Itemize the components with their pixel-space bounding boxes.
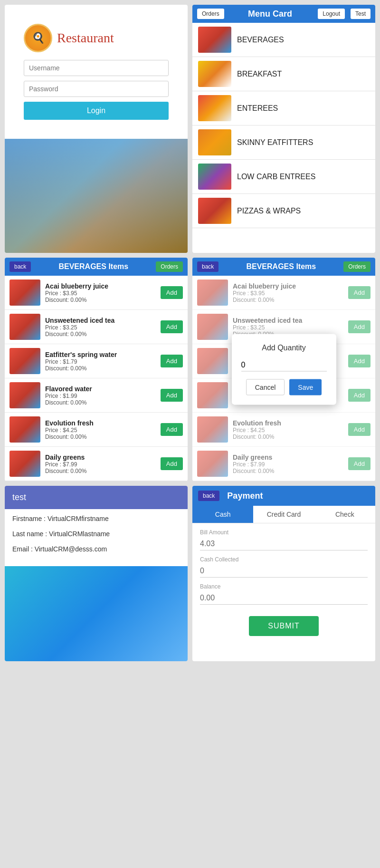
- submit-button[interactable]: SUBMIT: [249, 616, 318, 636]
- item-img-0-left: [10, 280, 40, 306]
- login-button[interactable]: Login: [24, 102, 169, 120]
- item-row-4-left: Evolution fresh Price : $4.25 Discount: …: [5, 413, 188, 447]
- item-img-0-right: [197, 280, 228, 306]
- item-price-5-left: Price : $7.99: [45, 461, 161, 468]
- item-price-4-right: Price : $4.25: [233, 427, 348, 434]
- balance-label: Balance: [200, 583, 368, 590]
- menu-card-title: Menu Card: [228, 9, 313, 19]
- item-info-5-right: Daily greens Price : $7.99 Discount: 0.0…: [233, 453, 348, 474]
- item-img-3-left: [10, 382, 40, 408]
- username-input[interactable]: [24, 60, 169, 76]
- add-button-0-left[interactable]: Add: [161, 286, 183, 299]
- items-orders-button-left[interactable]: Orders: [156, 261, 183, 272]
- quantity-input[interactable]: [241, 359, 327, 372]
- user-firstname: Firstname : VirtualCRMfirstname: [12, 515, 180, 522]
- item-info-0-left: Acai blueberry juice Price : $3.95 Disco…: [45, 282, 161, 303]
- payment-panel: back Payment Cash Credit Card Check Bill…: [192, 486, 375, 661]
- menu-item-pizza[interactable]: PIZZAS & WRAPS: [192, 194, 375, 228]
- item-info-4-right: Evolution fresh Price : $4.25 Discount: …: [233, 419, 348, 440]
- cash-collected-input[interactable]: [200, 565, 368, 578]
- item-row-5-right: Daily greens Price : $7.99 Discount: 0.0…: [192, 447, 375, 481]
- add-button-5-right[interactable]: Add: [348, 457, 370, 470]
- item-discount-4-right: Discount: 0.00%: [233, 434, 348, 440]
- item-discount-0-left: Discount: 0.00%: [45, 297, 161, 303]
- item-price-3-left: Price : $1.99: [45, 393, 161, 399]
- add-button-1-right[interactable]: Add: [348, 320, 370, 333]
- item-img-5-right: [197, 451, 228, 477]
- add-button-0-right[interactable]: Add: [348, 286, 370, 299]
- items-header-right: back BEVERAGES Items Orders: [192, 258, 375, 276]
- item-img-4-right: [197, 416, 228, 443]
- password-input[interactable]: [24, 81, 169, 97]
- tab-credit-card[interactable]: Credit Card: [253, 506, 314, 523]
- menu-item-beverages[interactable]: BEVERAGES: [192, 23, 375, 57]
- modal-title: Add Quantity: [241, 344, 327, 352]
- item-discount-2-left: Discount: 0.00%: [45, 365, 161, 372]
- back-button-right[interactable]: back: [197, 261, 218, 272]
- orders-button[interactable]: Orders: [197, 9, 224, 19]
- login-background: [5, 139, 188, 253]
- add-button-5-left[interactable]: Add: [161, 457, 183, 470]
- cash-collected-label: Cash Collected: [200, 556, 368, 563]
- add-quantity-modal: Add Quantity Cancel Save: [232, 334, 336, 405]
- menu-item-lowcarb[interactable]: LOW CARB ENTREES: [192, 160, 375, 194]
- user-email: Email : VirtualCRM@desss.com: [12, 545, 180, 553]
- menu-item-breakfast[interactable]: BREAKFAST: [192, 57, 375, 91]
- test-button[interactable]: Test: [351, 9, 370, 19]
- item-name-3-left: Flavored water: [45, 385, 161, 393]
- item-row-3-left: Flavored water Price : $1.99 Discount: 0…: [5, 378, 188, 413]
- menu-item-enterees[interactable]: ENTEREES: [192, 91, 375, 125]
- restaurant-title: Restaurant: [57, 30, 114, 46]
- tab-check[interactable]: Check: [314, 506, 375, 523]
- item-name-5-left: Daily greens: [45, 453, 161, 461]
- bill-amount-input[interactable]: [200, 538, 368, 550]
- item-info-5-left: Daily greens Price : $7.99 Discount: 0.0…: [45, 453, 161, 474]
- item-info-3-left: Flavored water Price : $1.99 Discount: 0…: [45, 385, 161, 406]
- menu-item-skinny[interactable]: SKINNY EATFITTERS: [192, 125, 375, 160]
- add-button-1-left[interactable]: Add: [161, 320, 183, 333]
- modal-cancel-button[interactable]: Cancel: [246, 379, 285, 395]
- item-info-0-right: Acai blueberry juice Price : $3.95 Disco…: [233, 282, 348, 303]
- add-button-2-left[interactable]: Add: [161, 355, 183, 367]
- beverages-image: [198, 27, 231, 53]
- modal-save-button[interactable]: Save: [289, 379, 322, 395]
- item-price-0-left: Price : $3.95: [45, 290, 161, 297]
- item-name-4-right: Evolution fresh: [233, 419, 348, 427]
- items-orders-button-right[interactable]: Orders: [343, 261, 370, 272]
- balance-input[interactable]: [200, 592, 368, 605]
- item-price-1-right: Price : $3.25: [233, 324, 348, 331]
- add-button-4-left[interactable]: Add: [161, 423, 183, 436]
- item-img-2-right: [197, 348, 228, 374]
- item-row-5-left: Daily greens Price : $7.99 Discount: 0.0…: [5, 447, 188, 481]
- add-button-2-right[interactable]: Add: [348, 355, 370, 367]
- lowcarb-image: [198, 164, 231, 190]
- logo-icon: 🍳: [24, 24, 52, 52]
- payment-back-button[interactable]: back: [198, 491, 219, 501]
- logout-button[interactable]: Logout: [318, 9, 345, 19]
- user-header: test: [5, 486, 188, 509]
- item-row-4-right: Evolution fresh Price : $4.25 Discount: …: [192, 413, 375, 447]
- enterees-label: ENTEREES: [237, 104, 278, 113]
- cash-collected-field: Cash Collected: [192, 550, 375, 578]
- item-info-2-left: Eatfitter's spring water Price : $1.79 D…: [45, 351, 161, 372]
- item-discount-5-left: Discount: 0.00%: [45, 468, 161, 474]
- user-image-area: [5, 566, 188, 661]
- item-name-4-left: Evolution fresh: [45, 419, 161, 427]
- menu-card: Orders Menu Card Logout Test BEVERAGES B…: [192, 5, 375, 253]
- back-button-left[interactable]: back: [10, 261, 31, 272]
- add-button-3-right[interactable]: Add: [348, 389, 370, 402]
- add-button-3-left[interactable]: Add: [161, 389, 183, 402]
- item-name-1-right: Unsweetened iced tea: [233, 317, 348, 324]
- payment-tabs: Cash Credit Card Check: [192, 506, 375, 523]
- item-price-0-right: Price : $3.95: [233, 290, 348, 297]
- pizza-label: PIZZAS & WRAPS: [237, 207, 301, 215]
- lowcarb-label: LOW CARB ENTREES: [237, 173, 315, 181]
- item-price-2-left: Price : $1.79: [45, 358, 161, 365]
- item-price-1-left: Price : $3.25: [45, 324, 161, 331]
- restaurant-logo: 🍳 Restaurant: [24, 24, 169, 52]
- item-row-2-left: Eatfitter's spring water Price : $1.79 D…: [5, 344, 188, 378]
- add-button-4-right[interactable]: Add: [348, 423, 370, 436]
- item-discount-5-right: Discount: 0.00%: [233, 468, 348, 474]
- skinny-image: [198, 129, 231, 155]
- tab-cash[interactable]: Cash: [192, 506, 253, 523]
